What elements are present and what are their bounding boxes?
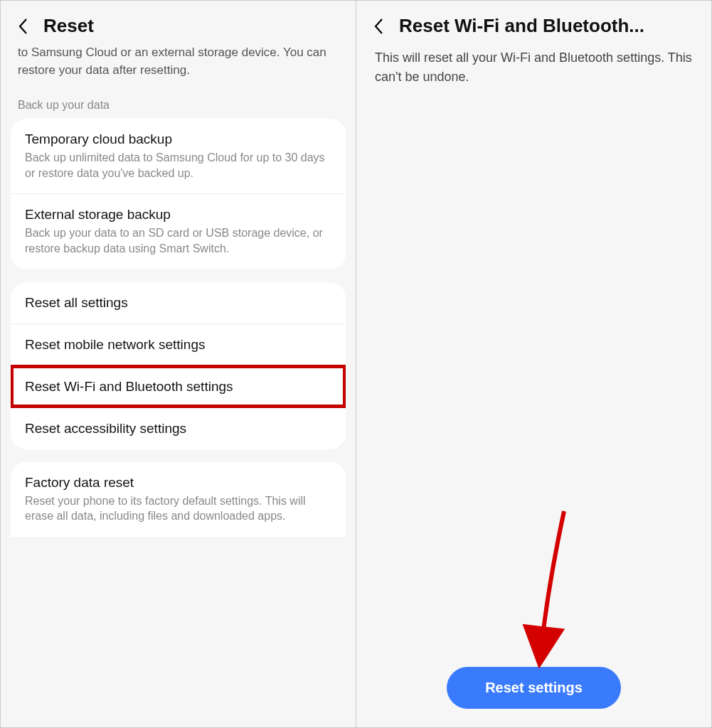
back-chevron-icon: [373, 18, 385, 35]
item-title: Reset Wi-Fi and Bluetooth settings: [25, 379, 331, 395]
item-reset-wifi-bluetooth[interactable]: Reset Wi-Fi and Bluetooth settings: [11, 365, 346, 407]
page-title: Reset: [43, 15, 94, 37]
back-button[interactable]: [369, 16, 389, 36]
item-title: Reset accessibility settings: [25, 421, 331, 437]
page-title: Reset Wi-Fi and Bluetooth...: [399, 15, 644, 37]
back-chevron-icon: [18, 18, 29, 35]
section-label-backup: Back up your data: [1, 89, 356, 119]
item-title: Reset mobile network settings: [25, 337, 331, 353]
header-right: Reset Wi-Fi and Bluetooth...: [356, 1, 711, 44]
card-factory-reset: Factory data reset Reset your phone to i…: [11, 462, 346, 537]
item-title: Temporary cloud backup: [25, 132, 331, 147]
item-title: Factory data reset: [25, 475, 331, 491]
pane-reset-list: Reset to Samsung Cloud or an external st…: [1, 1, 356, 727]
item-reset-accessibility[interactable]: Reset accessibility settings: [11, 407, 346, 449]
item-sub: Reset your phone to its factory default …: [25, 493, 331, 524]
card-reset-options: Reset all settings Reset mobile network …: [11, 282, 346, 449]
item-sub: Back up unlimited data to Samsung Cloud …: [25, 150, 331, 181]
intro-text: to Samsung Cloud or an external storage …: [1, 44, 356, 89]
spacer: [356, 87, 711, 667]
item-factory-data-reset[interactable]: Factory data reset Reset your phone to i…: [11, 462, 346, 537]
card-backup: Temporary cloud backup Back up unlimited…: [11, 119, 346, 269]
pane-reset-confirm: Reset Wi-Fi and Bluetooth... This will r…: [356, 1, 711, 727]
reset-settings-button[interactable]: Reset settings: [447, 667, 621, 709]
item-reset-mobile-network[interactable]: Reset mobile network settings: [11, 323, 346, 365]
header-left: Reset: [1, 1, 356, 44]
item-title: External storage backup: [25, 207, 331, 223]
item-external-storage-backup[interactable]: External storage backup Back up your dat…: [11, 193, 346, 269]
item-sub: Back up your data to an SD card or USB s…: [25, 225, 331, 256]
item-reset-all-settings[interactable]: Reset all settings: [11, 282, 346, 323]
item-title: Reset all settings: [25, 295, 331, 311]
back-button[interactable]: [14, 16, 33, 36]
confirm-description: This will reset all your Wi-Fi and Bluet…: [356, 44, 711, 87]
item-temporary-cloud-backup[interactable]: Temporary cloud backup Back up unlimited…: [11, 119, 346, 193]
